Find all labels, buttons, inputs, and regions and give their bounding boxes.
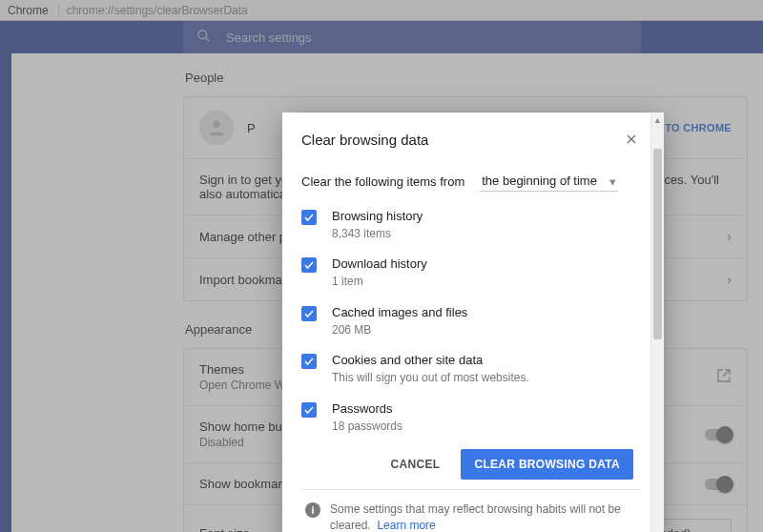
chevron-down-icon: ▾ bbox=[609, 174, 616, 189]
checkbox-checked-icon[interactable] bbox=[301, 354, 317, 369]
time-range-value: the beginning of time bbox=[482, 174, 597, 188]
checkbox-checked-icon[interactable] bbox=[301, 306, 317, 321]
cancel-button[interactable]: CANCEL bbox=[378, 449, 454, 480]
checkbox-checked-icon[interactable] bbox=[301, 402, 317, 418]
option-label: Passwords bbox=[332, 401, 402, 418]
option-desc: 206 MB bbox=[332, 323, 467, 338]
clear-option-row[interactable]: Download history1 item bbox=[301, 256, 641, 289]
scroll-up-icon[interactable]: ▲ bbox=[651, 115, 664, 125]
option-desc: 1 item bbox=[332, 275, 427, 290]
clear-option-row[interactable]: Passwords18 passwords bbox=[301, 401, 641, 434]
time-range-select[interactable]: the beginning of time ▾ bbox=[480, 171, 618, 192]
option-desc: 8,343 items bbox=[332, 227, 423, 242]
learn-more-link[interactable]: Learn more bbox=[377, 519, 435, 532]
checkbox-checked-icon[interactable] bbox=[301, 257, 317, 273]
option-label: Cached images and files bbox=[332, 305, 467, 321]
info-icon: i bbox=[305, 502, 320, 518]
checkbox-checked-icon[interactable] bbox=[301, 210, 317, 225]
clear-from-label: Clear the following items from bbox=[301, 174, 464, 189]
clear-data-button[interactable]: CLEAR BROWSING DATA bbox=[461, 449, 633, 480]
close-button[interactable] bbox=[622, 133, 641, 148]
clear-option-row[interactable]: Cookies and other site dataThis will sig… bbox=[301, 353, 641, 385]
option-label: Download history bbox=[332, 256, 427, 273]
dialog-title: Clear browsing data bbox=[301, 132, 428, 148]
option-desc: This will sign you out of most websites. bbox=[332, 371, 529, 386]
clear-option-row[interactable]: Cached images and files206 MB bbox=[301, 305, 641, 338]
option-label: Cookies and other site data bbox=[332, 353, 529, 369]
option-desc: 18 passwords bbox=[332, 419, 402, 435]
watermark: wsxdn.com bbox=[714, 520, 757, 529]
scroll-thumb[interactable] bbox=[653, 149, 662, 339]
option-label: Browsing history bbox=[332, 209, 423, 225]
clear-browsing-data-dialog: Clear browsing data Clear the following … bbox=[282, 113, 664, 532]
clear-option-row[interactable]: Browsing history8,343 items bbox=[301, 209, 641, 241]
dialog-scrollbar[interactable]: ▲ ▼ bbox=[650, 113, 664, 532]
footer-text: Some settings that may reflect browsing … bbox=[330, 502, 621, 532]
